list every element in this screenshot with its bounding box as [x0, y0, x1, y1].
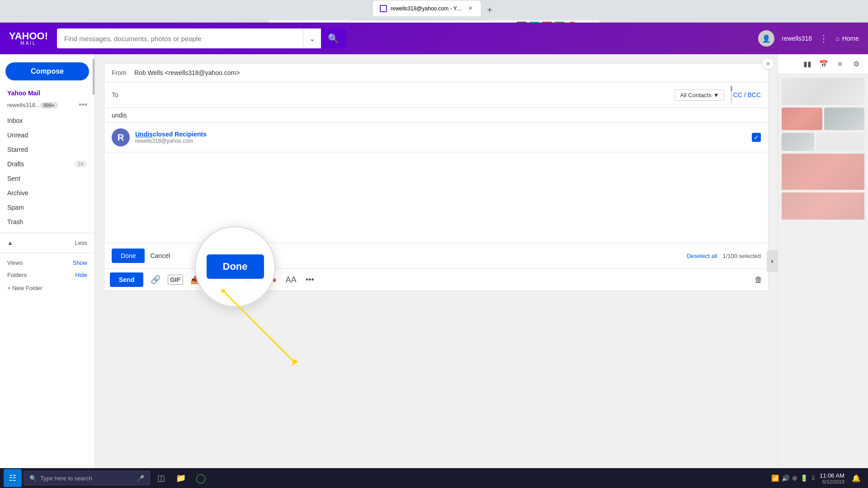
- dropdown-arrow-icon: ▼: [713, 92, 719, 99]
- start-button[interactable]: ☷: [4, 469, 22, 487]
- sidebar-item-spam[interactable]: Spam: [0, 200, 94, 215]
- apps-button[interactable]: ⋮: [819, 33, 828, 44]
- tab-favicon: [380, 5, 387, 12]
- insert-link-icon[interactable]: 🔗: [225, 273, 238, 286]
- delete-compose-icon[interactable]: 🗑: [755, 275, 763, 285]
- contacts-dropdown-label: All Contacts: [680, 92, 711, 99]
- sidebar-hide-link[interactable]: Hide: [75, 272, 87, 278]
- new-folder-button[interactable]: + New Folder: [0, 281, 94, 295]
- search-button[interactable]: 🔍: [321, 28, 346, 48]
- network-icon[interactable]: 📶: [771, 474, 779, 482]
- update-icon[interactable]: ⇩: [811, 474, 816, 482]
- contacts-dropdown[interactable]: All Contacts ▼: [675, 89, 724, 101]
- sidebar: Compose Yahoo Mail rewells318... 999+ ••…: [0, 54, 95, 468]
- contact-bottom-bar: Done Cancel Deselect all 1/100 selected: [104, 243, 768, 268]
- chrome-button[interactable]: ◯: [192, 469, 210, 487]
- arrow-svg: [222, 289, 321, 389]
- taskbar-microphone-icon[interactable]: 🎤: [137, 475, 144, 482]
- taskbar-search-placeholder: Type here to search: [40, 475, 92, 482]
- new-tab-button[interactable]: +: [483, 4, 496, 16]
- sidebar-item-starred[interactable]: Starred: [0, 142, 94, 157]
- emoji-icon[interactable]: ☺: [208, 273, 219, 286]
- list-view-icon[interactable]: ≡: [834, 58, 846, 70]
- sidebar-user-email: rewells318...: [7, 102, 40, 108]
- contact-checkbox[interactable]: ✓: [752, 133, 761, 142]
- right-panel-content: [778, 74, 868, 468]
- clock-time: 11:06 AM: [820, 472, 844, 479]
- avatar[interactable]: 👤: [758, 30, 774, 47]
- search-dropdown-button[interactable]: ⌄: [303, 28, 321, 48]
- sidebar-badge: 999+: [40, 102, 58, 108]
- to-input[interactable]: [134, 89, 671, 100]
- more-icon[interactable]: •••: [304, 273, 316, 286]
- sidebar-drafts-label: Drafts: [7, 160, 24, 168]
- taskbar: ☷ 🔍 Type here to search 🎤 ◫ 📁 ◯ 📶 🔊 ⊕ 🔋 …: [0, 468, 868, 488]
- sidebar-inbox-label: Inbox: [7, 117, 23, 124]
- sidebar-less-label: Less: [75, 239, 87, 246]
- to-search-input[interactable]: [112, 112, 761, 119]
- compose-button[interactable]: Compose: [5, 62, 89, 80]
- new-folder-label: + New Folder: [7, 285, 42, 291]
- svg-line-0: [222, 289, 294, 361]
- tab-title: rewells318@yahoo.com - Yahoo: [391, 5, 463, 12]
- sidebar-views-row: Views Show: [0, 257, 94, 269]
- attachment-icon[interactable]: 📤: [189, 273, 202, 286]
- sidebar-archive-label: Archive: [7, 189, 28, 197]
- sidebar-item-trash[interactable]: Trash: [0, 215, 94, 229]
- volume-icon[interactable]: 🔊: [782, 474, 789, 482]
- system-tray: 📶 🔊 ⊕ 🔋 ⇩: [771, 474, 816, 482]
- sidebar-item-inbox[interactable]: Inbox: [0, 113, 94, 128]
- to-field: To All Contacts ▼: [104, 82, 768, 108]
- send-button[interactable]: Send: [110, 272, 143, 287]
- sidebar-folders-label: Folders: [7, 272, 27, 278]
- italic-icon[interactable]: I: [259, 273, 264, 286]
- to-label: To: [112, 91, 134, 99]
- selected-count: 1/100 selected: [722, 253, 761, 259]
- done-button-bottom[interactable]: Done: [112, 249, 145, 263]
- sidebar-item-archive[interactable]: Archive: [0, 186, 94, 200]
- yahoo-header: YAHOO! MAIL ⌄ 🔍 👤 rewells318 ⋮ ⌂ Home: [0, 23, 868, 54]
- font-size-icon[interactable]: AA: [284, 273, 298, 286]
- sidebar-item-sent[interactable]: Sent: [0, 171, 94, 186]
- clock-date: 6/12/2019: [820, 479, 844, 484]
- nav-arrow-right[interactable]: ›: [767, 250, 778, 272]
- bold-icon[interactable]: B: [244, 273, 253, 286]
- calendar-icon[interactable]: 📅: [817, 58, 830, 70]
- wifi-icon[interactable]: ⊕: [792, 474, 797, 482]
- home-button[interactable]: ⌂ Home: [835, 35, 859, 42]
- contact-name: Undisclosed Recipients: [135, 131, 752, 138]
- contact-email: rewells318@yahoo.com: [135, 138, 752, 144]
- color-icon[interactable]: ●: [270, 273, 278, 286]
- compose-close-button[interactable]: ×: [762, 57, 774, 70]
- contact-list-item[interactable]: R Undisclosed Recipients rewells318@yaho…: [104, 123, 768, 152]
- from-label: From: [112, 69, 134, 76]
- sidebar-item-unread[interactable]: Unread: [0, 128, 94, 142]
- sidebar-show-link[interactable]: Show: [72, 259, 87, 266]
- grid-view-icon[interactable]: ▮▮: [801, 58, 814, 70]
- scroll-indicator: [730, 86, 733, 104]
- browser-tab[interactable]: rewells318@yahoo.com - Yahoo ✕: [372, 0, 481, 16]
- cc-bcc-button[interactable]: CC / BCC: [733, 91, 761, 99]
- tab-close-button[interactable]: ✕: [467, 5, 474, 12]
- notification-button[interactable]: 🔔: [848, 470, 864, 486]
- search-bar[interactable]: ⌄ 🔍: [57, 28, 346, 48]
- taskview-button[interactable]: ◫: [152, 469, 170, 487]
- from-value: Rob Wells <rewells318@yahoo.com>: [134, 69, 761, 76]
- sidebar-yahoo-mail-label: Yahoo Mail: [0, 88, 94, 99]
- settings-icon[interactable]: ⚙: [850, 58, 863, 70]
- battery-icon[interactable]: 🔋: [800, 474, 808, 482]
- sidebar-starred-label: Starred: [7, 146, 28, 153]
- deselect-all-button[interactable]: Deselect all: [687, 253, 717, 259]
- cancel-button[interactable]: Cancel: [150, 252, 170, 259]
- taskbar-search[interactable]: 🔍 Type here to search 🎤: [24, 471, 150, 485]
- sidebar-more-button[interactable]: •••: [71, 100, 87, 110]
- file-explorer-button[interactable]: 📁: [172, 469, 190, 487]
- sidebar-user: rewells318... 999+ •••: [0, 99, 94, 113]
- sidebar-spam-label: Spam: [7, 204, 24, 211]
- sidebar-less-item[interactable]: ▲ Less: [0, 237, 94, 249]
- gif-icon[interactable]: GIF: [168, 275, 183, 285]
- right-panel-toolbar: ▮▮ 📅 ≡ ⚙: [778, 54, 868, 74]
- sidebar-item-drafts[interactable]: Drafts 24: [0, 157, 94, 171]
- search-input[interactable]: [57, 35, 303, 42]
- link-icon[interactable]: 🔗: [149, 273, 162, 286]
